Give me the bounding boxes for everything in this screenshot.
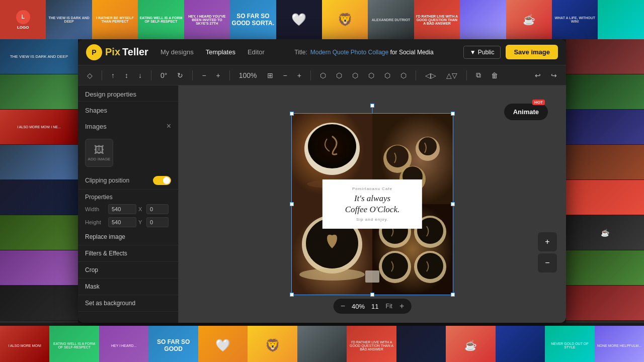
toolbar-flip-v[interactable]: △▽ [443, 70, 460, 81]
header-right: ▼ Public Save image [463, 45, 558, 59]
logo: P PixTeller [86, 44, 148, 60]
nav-templates[interactable]: Templates [206, 48, 235, 56]
svg-point-23 [417, 253, 443, 279]
design-canvas[interactable]: Pomirlaoanu Cafe It's always Coffee O'Cl… [292, 114, 453, 295]
toolbar-grid-icon[interactable]: ⊞ [264, 70, 276, 81]
toolbar-zoom-plus[interactable]: + [294, 70, 304, 81]
toolbar-sep-1 [102, 70, 102, 80]
toolbar-plus[interactable]: + [213, 70, 223, 81]
bottom-strip-1[interactable]: EATING WELL IS A FORM OF SELF-RESPECT [49, 326, 99, 362]
strip-item-4[interactable]: HEY, I HEARD YOU'VE BEEN INVITED TO SKYE… [184, 0, 230, 39]
images-close-button[interactable]: × [167, 122, 171, 131]
bottom-strip-0[interactable]: I ALSO MORE MON! [0, 326, 49, 362]
set-background-item[interactable]: Set as background [78, 295, 178, 312]
strip-item-9[interactable]: I'D RATHER LIVE WITH A GOOD QUESTION THA… [414, 0, 460, 39]
toolbar-zoom-minus[interactable]: − [280, 70, 290, 81]
toolbar-align-center[interactable]: ⬡ [333, 70, 345, 81]
bottom-strip-5[interactable]: 🦁 [248, 326, 297, 362]
toolbar-minus[interactable]: − [199, 70, 209, 81]
toolbar-delete[interactable]: 🗑 [488, 70, 501, 81]
x-input[interactable] [146, 204, 169, 214]
nav-my-designs[interactable]: My designs [160, 48, 194, 56]
height-input[interactable] [108, 217, 136, 227]
bottom-strip-8[interactable] [396, 326, 446, 362]
canvas-area[interactable]: HOT Animate [179, 85, 566, 323]
bottom-strip-4[interactable]: 🤍 [198, 326, 248, 362]
nav-editor[interactable]: Editor [248, 48, 265, 56]
header-center: Title: Modern Quote Photo Collage for So… [294, 49, 433, 56]
mask-item[interactable]: Mask [78, 279, 178, 295]
bottom-strip-9[interactable]: ☕ [446, 326, 495, 362]
bottom-strip-3[interactable]: SO FAR SO GOOD [148, 326, 198, 362]
strip-item-6[interactable]: 🤍 [276, 0, 322, 39]
handle-bottom-center[interactable] [370, 293, 374, 297]
text-card: Pomirlaoanu Cafe It's always Coffee O'Cl… [323, 179, 422, 229]
strip-item-2[interactable]: I RATHER BE MYSELF THAN PERFECT [92, 0, 138, 39]
y-input[interactable] [146, 217, 169, 227]
toggle-thumb [163, 177, 170, 184]
canvas-add-button[interactable]: + [538, 232, 557, 251]
handle-mid-right[interactable] [451, 202, 455, 206]
replace-image-item[interactable]: Replace image [78, 229, 178, 245]
toolbar-copy[interactable]: ⧉ [473, 69, 484, 81]
clipping-toggle[interactable] [153, 176, 171, 185]
toolbar-redo[interactable]: ↪ [548, 70, 560, 81]
toolbar-distribute[interactable]: ↓ [135, 70, 145, 81]
bottom-strip-10[interactable] [496, 326, 545, 362]
toolbar: ◇ ↑ ↕ ↓ 0° ↻ − + 100% ⊞ − + ⬡ ⬡ ⬡ ⬡ ⬡ ⬡ … [78, 65, 566, 85]
toolbar-align-middle[interactable]: ⬡ [381, 70, 393, 81]
toolbar-rotate-cw[interactable]: ↻ [174, 70, 186, 81]
bottom-strip-11[interactable]: NEVER GOLD OUT OF STYLE [545, 326, 594, 362]
toolbar-flip-h[interactable]: ◁▷ [422, 70, 439, 81]
zoom-minus-button[interactable]: − [341, 302, 345, 311]
svg-point-6 [386, 145, 409, 167]
toolbar-move-down[interactable]: ↕ [122, 70, 131, 81]
height-label: Height [85, 219, 106, 225]
toolbar-shape-btn[interactable]: ◇ [84, 70, 96, 81]
handle-mid-left[interactable] [290, 202, 294, 206]
toolbar-rotation: 0° [157, 70, 170, 81]
handle-top-left[interactable] [290, 112, 294, 116]
strip-item-5[interactable]: SO FAR SO GOOD SORTA. [230, 0, 276, 39]
strip-item-7[interactable]: 🦁 [322, 0, 368, 39]
strip-item-11[interactable]: ☕ [506, 0, 552, 39]
canvas-minus-button[interactable]: − [538, 253, 557, 273]
right-outer-sidebar: ☕ [566, 39, 644, 323]
handle-bottom-left[interactable] [290, 293, 294, 297]
bottom-strip-12[interactable]: NONE MORE HELPFULM... [595, 326, 644, 362]
public-button[interactable]: ▼ Public [463, 46, 501, 59]
images-title: Images [85, 123, 107, 130]
filters-effects-item[interactable]: Filters & Effects [78, 245, 178, 262]
bottom-strip-2[interactable]: HEY I HEARD... [99, 326, 148, 362]
strip-item-10[interactable] [460, 0, 506, 39]
strip-item-0[interactable]: L LOGO [0, 0, 46, 39]
toolbar-align-bottom[interactable]: ⬡ [397, 70, 410, 81]
toolbar-align-left[interactable]: ⬡ [317, 70, 329, 81]
text-card-tagline: Sip and enjoy. [333, 217, 412, 222]
width-input[interactable] [108, 204, 136, 214]
toolbar-align-top[interactable]: ⬡ [365, 70, 377, 81]
crop-item[interactable]: Crop [78, 262, 178, 279]
strip-item-13[interactable] [598, 0, 643, 39]
bottom-strip-6[interactable] [297, 326, 347, 362]
toolbar-move-up[interactable]: ↑ [108, 70, 118, 81]
animate-button[interactable]: HOT Animate [504, 104, 548, 120]
toolbar-zoom: 100% [236, 70, 260, 81]
toolbar-align-right[interactable]: ⬡ [349, 70, 361, 81]
strip-item-8[interactable]: ALEXANDRE DUTRIOT [368, 0, 414, 39]
zoom-plus-button[interactable]: + [399, 302, 404, 311]
add-image-icon: 🖼 [94, 144, 104, 156]
handle-top-right[interactable] [451, 112, 455, 116]
zoom-fit-button[interactable]: Fit [383, 302, 395, 311]
handle-bottom-right[interactable] [451, 293, 455, 297]
toolbar-undo[interactable]: ↩ [532, 70, 544, 81]
bottom-strip-7[interactable]: I'D RATHER LIVE WITH A GOOD QUESTION THA… [347, 326, 396, 362]
save-image-button[interactable]: Save image [506, 45, 558, 59]
add-image-box[interactable]: 🖼 ADD IMAGE [85, 139, 113, 167]
handle-top-center[interactable] [370, 104, 374, 108]
design-canvas-wrapper: Pomirlaoanu Cafe It's always Coffee O'Cl… [292, 114, 453, 295]
strip-item-12[interactable]: WHAT A LIFE, WITHOUT WIN! [552, 0, 598, 39]
strip-item-1[interactable]: THE VIEW IS DARK AND DEEP [46, 0, 92, 39]
strip-item-3[interactable]: EATING WELL IS A FORM OF SELF-RESPECT [138, 0, 184, 39]
body-layout: Design properties Shapes Images × 🖼 ADD … [78, 85, 566, 323]
